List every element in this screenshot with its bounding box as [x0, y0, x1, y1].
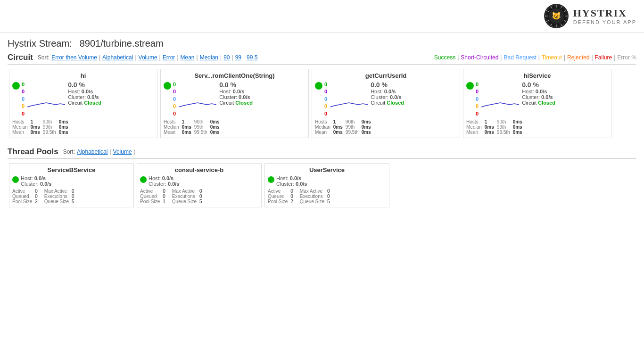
legend-error-pct: Error % — [617, 54, 636, 61]
circuit-hi-rates: 0.0 % Host: 0.0/s Cluster: 0.0/s Circuit… — [68, 81, 154, 106]
circuit-hiservice-rates: 0.0 % Host: 0.0/s Cluster: 0.0/s Circuit… — [522, 81, 608, 106]
circuit-card-serv-title: Serv...romClientOne(String) — [164, 72, 305, 79]
circuit-card-hiservice: hiService 0 0 0 0 0 0.0 % Host: 0. — [463, 69, 611, 138]
legend-bad-request: Bad Request — [504, 54, 536, 61]
thread-pools-header: Thread Pools Sort: Alphabetical | Volume… — [8, 147, 636, 159]
circuit-getcurruserid-indicator — [315, 82, 322, 90]
sort-volume[interactable]: Volume — [139, 54, 157, 61]
circuit-card-hi-title: hi — [12, 72, 154, 79]
circuit-getcurruserid-rates: 0.0 % Host: 0.0/s Cluster: 0.0/s Circuit… — [371, 81, 457, 106]
legend-success: Success — [434, 54, 455, 61]
legend-short-circuited: Short-Circuited — [461, 54, 498, 61]
circuit-hi-chart — [27, 81, 65, 109]
circuit-hiservice-stats: Hosts Median Mean 1 0ms 0ms 90th 99th 99… — [466, 119, 608, 135]
circuit-card-serv: Serv...romClientOne(String) 0 0 0 0 0 0.… — [160, 69, 309, 138]
stream-url: 8901/turbine.stream — [80, 38, 164, 49]
thread-consul-rates: Host: 0.0/s Cluster: 0.0/s — [149, 175, 179, 187]
sort-error[interactable]: Error — [163, 54, 175, 61]
circuit-serv-rates: 0.0 % Host: 0.0/s Cluster: 0.0/s Circuit… — [219, 81, 305, 106]
circuit-getcurruserid-stats: Hosts Median Mean 1 0ms 0ms 90th 99th 99… — [315, 119, 457, 135]
thread-userservice-stats: Active Queued Pool Size 0 0 2 Max Active… — [268, 189, 386, 204]
legend-timeout: Timeout — [542, 54, 562, 61]
circuit-hi-stats: Hosts Median Mean 1 0ms 0ms 90th 99th 99… — [12, 119, 154, 135]
circuit-hiservice-nums: 0 0 0 0 0 — [476, 81, 479, 117]
thread-serviceb-stats: Active Queued Pool Size 0 0 2 Max Active… — [12, 189, 131, 204]
thread-consul-indicator — [140, 176, 147, 183]
page-title: Hystrix Stream: — [8, 38, 72, 49]
circuit-serv-nums: 0 0 0 0 0 — [173, 81, 176, 117]
circuit-legend: Success | Short-Circuited | Bad Request … — [434, 54, 636, 61]
logo-title: Hystrix — [573, 7, 636, 19]
legend-failure: Failure — [595, 54, 612, 61]
thread-serviceb-rates: Host: 0.0/s Cluster: 0.0/s — [21, 175, 51, 187]
logo-text: Hystrix Defend Your App — [573, 7, 636, 25]
thread-card-serviceb-title: ServiceBService — [12, 166, 131, 173]
logo-area: 😺 Hystrix Defend Your App — [544, 4, 636, 28]
circuit-card-hiservice-title: hiService — [466, 72, 608, 79]
circuit-hi-nums: 0 0 0 0 0 — [22, 81, 25, 117]
page-title-area: Hystrix Stream: 8901/turbine.stream — [0, 33, 644, 51]
logo-subtitle: Defend Your App — [573, 19, 636, 25]
circuit-card-hi: hi 0 0 0 0 0 0.0 — [9, 69, 157, 138]
thread-pools-section: Thread Pools Sort: Alphabetical | Volume… — [0, 145, 644, 211]
circuit-title: Circuit — [8, 53, 33, 62]
sort-alphabetical[interactable]: Alphabetical — [102, 54, 133, 61]
sort-99-5[interactable]: 99.5 — [247, 54, 257, 61]
sort-90[interactable]: 90 — [223, 54, 230, 61]
circuit-serv-indicator — [164, 82, 171, 90]
tp-sort-alphabetical[interactable]: Alphabetical — [77, 148, 107, 155]
sort-mean[interactable]: Mean — [181, 54, 195, 61]
thread-pools-sort-label: Sort: — [63, 148, 75, 155]
circuit-hiservice-chart — [481, 81, 519, 109]
sort-error-volume[interactable]: Error then Volume — [51, 54, 97, 61]
circuit-card-getcurruserid-title: getCurrUserId — [315, 72, 457, 79]
circuit-card-getcurruserid: getCurrUserId 0 0 0 0 0 0.0 % Host — [312, 69, 460, 138]
tp-sort-volume[interactable]: Volume — [113, 148, 132, 155]
sort-median[interactable]: Median — [200, 54, 218, 61]
thread-card-consul-title: consul-service-b — [140, 166, 258, 173]
thread-card-consul: consul-service-b Host: 0.0/s Cluster: 0.… — [137, 163, 262, 207]
thread-card-userservice: UserService Host: 0.0/s Cluster: 0.0/s A… — [264, 163, 389, 207]
circuit-hiservice-indicator — [466, 82, 474, 90]
circuit-hi-indicator — [12, 82, 20, 90]
thread-card-serviceb: ServiceBService Host: 0.0/s Cluster: 0.0… — [9, 163, 134, 207]
svg-text:😺: 😺 — [552, 11, 561, 20]
circuit-serv-stats: Hosts Median Mean 1 0ms 0ms 90th 99th 99… — [164, 119, 305, 135]
circuit-header: Circuit Sort: Error then Volume | Alphab… — [8, 53, 636, 65]
sort-label: Sort: — [38, 54, 50, 61]
thread-pools-title: Thread Pools — [8, 147, 58, 156]
thread-card-userservice-title: UserService — [268, 166, 386, 173]
legend-rejected: Rejected — [567, 54, 589, 61]
thread-serviceb-indicator — [12, 176, 19, 183]
sort-99[interactable]: 99 — [235, 54, 241, 61]
circuit-getcurruserid-nums: 0 0 0 0 0 — [324, 81, 327, 117]
thread-userservice-rates: Host: 0.0/s Cluster: 0.0/s — [276, 175, 307, 187]
thread-pool-cards: ServiceBService Host: 0.0/s Cluster: 0.0… — [8, 162, 636, 209]
thread-userservice-indicator — [268, 176, 274, 183]
circuit-serv-chart — [179, 81, 216, 109]
circuit-getcurruserid-chart — [330, 81, 368, 109]
hystrix-logo-icon: 😺 — [544, 4, 569, 28]
header: 😺 Hystrix Defend Your App — [0, 0, 644, 33]
circuit-cards: hi 0 0 0 0 0 0.0 — [8, 67, 636, 140]
thread-consul-stats: Active Queued Pool Size 0 0 1 Max Active… — [140, 189, 258, 204]
circuit-section: Circuit Sort: Error then Volume | Alphab… — [0, 51, 644, 141]
